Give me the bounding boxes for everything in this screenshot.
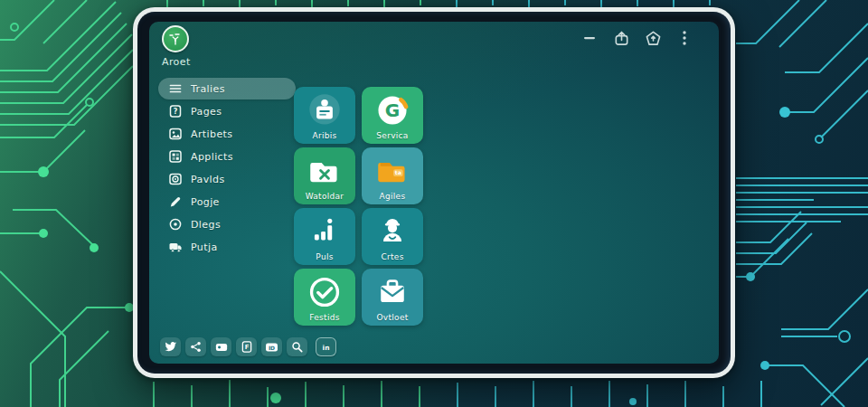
id-badge-icon xyxy=(307,92,343,128)
sidebar-item-putja[interactable]: Putja xyxy=(158,236,296,258)
sidebar-item-dlegs[interactable]: Dlegs xyxy=(158,213,296,235)
linkedin-icon: in xyxy=(320,341,332,353)
search-icon xyxy=(291,341,303,353)
sidebar-item-label: Applicts xyxy=(191,151,233,163)
tile-ovtloet[interactable]: Ovtloet xyxy=(362,269,423,326)
kebab-icon xyxy=(678,30,691,46)
document-icon: ? xyxy=(168,104,183,118)
tablet-frame: Aroet xyxy=(133,7,735,378)
tile-watoldar[interactable]: Watoldar xyxy=(294,147,355,204)
file-icon: F xyxy=(241,341,252,353)
tile-label: Puls xyxy=(294,252,355,261)
sidebar-item-label: Pogje xyxy=(191,196,220,208)
app-logo[interactable]: Aroet xyxy=(162,25,234,68)
share-button[interactable] xyxy=(612,29,630,47)
tile-crtes[interactable]: Crtes xyxy=(362,208,423,265)
worker-icon xyxy=(374,213,410,250)
svg-text:F: F xyxy=(244,344,249,351)
share-network-button[interactable] xyxy=(185,337,206,356)
image-icon xyxy=(168,127,183,141)
twitter-icon xyxy=(165,341,177,353)
sidebar-item-pages[interactable]: ? Pages xyxy=(158,100,296,122)
sidebar-nav: Tralies ? Pages Artibets xyxy=(158,78,296,259)
share-icon xyxy=(613,30,630,47)
tile-label: Agiles xyxy=(362,192,423,201)
media-icon xyxy=(168,172,183,186)
target-icon xyxy=(168,217,183,232)
sidebar-item-label: Dlegs xyxy=(191,219,221,231)
social-toolbar: F ID in xyxy=(160,337,336,356)
sidebar-item-label: Pavlds xyxy=(191,174,225,185)
hamburger-icon xyxy=(168,81,183,96)
menu-kebab-button[interactable] xyxy=(675,29,693,47)
tile-label: Festids xyxy=(294,313,355,322)
bar-chart-icon xyxy=(307,213,343,250)
tile-festids[interactable]: Festids xyxy=(294,269,355,326)
sidebar-item-pavlds[interactable]: Pavlds xyxy=(158,168,296,190)
home-pentagon-icon xyxy=(645,30,662,47)
svg-text:G: G xyxy=(385,99,400,121)
folder-icon: ta xyxy=(374,153,410,189)
file-button[interactable]: F xyxy=(236,337,257,356)
svg-text:?: ? xyxy=(174,108,178,116)
sidebar-item-artibets[interactable]: Artibets xyxy=(158,123,296,145)
truck-icon xyxy=(168,240,183,254)
svg-text:ta: ta xyxy=(395,169,401,175)
share-network-icon xyxy=(190,341,202,353)
tile-label: Servica xyxy=(362,131,423,140)
sidebar-item-tralies[interactable]: Tralies xyxy=(158,78,296,99)
tile-puls[interactable]: Puls xyxy=(294,208,355,265)
dashboard-screen: Aroet xyxy=(149,22,719,364)
tile-agiles[interactable]: ta Agiles xyxy=(362,147,423,204)
sidebar-item-label: Putja xyxy=(191,241,218,253)
app-tile-grid: Aribis G Servica Watoldar xyxy=(294,87,423,326)
tile-aribis[interactable]: Aribis xyxy=(294,87,355,144)
home-button[interactable] xyxy=(644,29,662,47)
video-icon xyxy=(215,342,228,353)
window-controls xyxy=(580,29,693,47)
minimize-button[interactable] xyxy=(580,29,599,47)
svg-text:in: in xyxy=(323,344,330,352)
tile-servica[interactable]: G Servica xyxy=(362,87,423,144)
pencil-icon xyxy=(168,194,183,209)
tile-label: Aribis xyxy=(294,131,355,140)
check-circle-icon xyxy=(307,274,343,310)
sidebar-item-label: Tralies xyxy=(191,83,225,95)
id-card-button[interactable]: ID xyxy=(261,337,282,356)
app-logo-icon xyxy=(162,25,189,52)
video-button[interactable] xyxy=(211,337,231,356)
tile-label: Watoldar xyxy=(294,192,355,201)
app-name: Aroet xyxy=(162,56,234,68)
tile-label: Crtes xyxy=(362,252,423,261)
sidebar-item-label: Pages xyxy=(191,106,222,118)
folder-x-icon xyxy=(307,153,343,189)
sidebar-item-pogje[interactable]: Pogje xyxy=(158,191,296,213)
tablet-bezel: Aroet xyxy=(137,12,731,374)
sidebar-item-applicts[interactable]: Applicts xyxy=(158,146,296,167)
sidebar-item-label: Artibets xyxy=(191,128,232,140)
minimize-icon xyxy=(583,32,596,44)
linkedin-button[interactable]: in xyxy=(316,337,336,356)
search-button[interactable] xyxy=(287,337,307,356)
briefcase-icon xyxy=(374,274,410,310)
svg-text:ID: ID xyxy=(269,344,275,350)
apps-icon xyxy=(168,149,183,164)
g-logo-icon: G xyxy=(374,92,410,128)
twitter-button[interactable] xyxy=(160,337,181,356)
id-card-icon: ID xyxy=(265,342,278,353)
tile-label: Ovtloet xyxy=(362,313,423,322)
